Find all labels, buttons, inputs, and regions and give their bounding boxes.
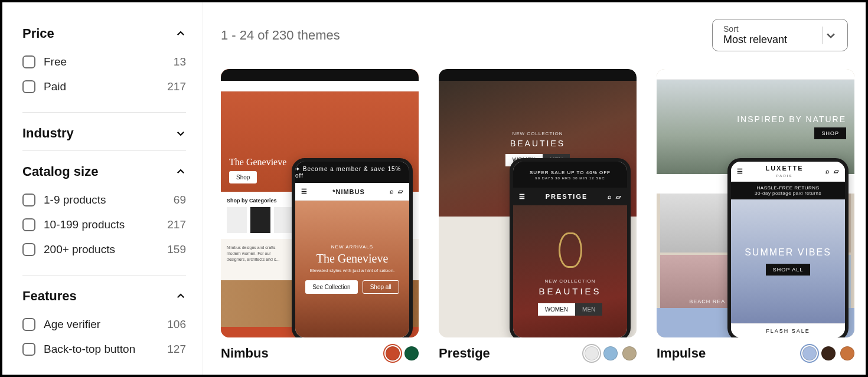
filter-option-catalog-large[interactable]: 200+ products 159 (22, 237, 186, 262)
hero-tag: NEW COLLECTION (544, 278, 595, 284)
checkbox[interactable] (22, 55, 35, 68)
mobile-promo-bar: ✦ Become a member & save 15% off (295, 162, 409, 183)
filter-option-catalog-medium[interactable]: 10-199 products 217 (22, 212, 186, 237)
mobile-cta-secondary: Shop all (363, 280, 399, 294)
theme-results: 1 - 24 of 230 themes Sort Most relevant (203, 2, 866, 375)
hero-title: SUMMER VIBES (745, 247, 831, 258)
chevron-up-icon (175, 291, 186, 301)
sort-dropdown[interactable]: Sort Most relevant (712, 19, 848, 51)
result-count: 1 - 24 of 230 themes (221, 28, 340, 43)
divider (22, 275, 186, 276)
option-count: 13 (174, 55, 186, 68)
divider (22, 112, 186, 113)
sort-value: Most relevant (723, 34, 787, 46)
filter-option-paid[interactable]: Paid 217 (22, 74, 186, 99)
color-swatch[interactable] (603, 346, 618, 360)
filter-group-price: Price Free 13 Paid 217 (22, 20, 186, 113)
option-count: 159 (167, 243, 186, 256)
theme-preview: NEW COLLECTION BEAUTIES WOMEN MEN (439, 69, 637, 337)
filter-toggle-price[interactable]: Price (22, 20, 186, 47)
hamburger-icon: ☰ (737, 168, 743, 175)
filter-group-industry: Industry (22, 120, 186, 151)
hamburger-icon: ☰ (519, 193, 526, 201)
color-swatch[interactable] (821, 346, 836, 360)
filter-option-free[interactable]: Free 13 (22, 50, 186, 74)
search-icon: ⌕ (390, 188, 394, 195)
color-swatch[interactable] (622, 346, 637, 360)
color-swatch[interactable] (386, 346, 400, 360)
chevron-up-icon (175, 166, 186, 177)
mobile-footer-strip: FLASH SALE (731, 323, 845, 337)
theme-browser: Price Free 13 Paid 217 (0, 0, 868, 377)
theme-preview: INSPIRED BY NATURE SHOP FLASH SALE get 3… (657, 69, 854, 337)
color-swatch[interactable] (840, 346, 854, 360)
search-icon: ⌕ (825, 168, 830, 175)
search-icon: ⌕ (608, 193, 612, 201)
color-swatch[interactable] (585, 346, 599, 360)
brand-logo: LUXETTE (765, 165, 803, 172)
filter-toggle-catalog[interactable]: Catalog size (22, 158, 186, 185)
brand-logo: PRESTIGE (546, 193, 588, 200)
mobile-cta-primary: See Collection (305, 280, 357, 294)
results-topbar: 1 - 24 of 230 themes Sort Most relevant (221, 19, 848, 51)
option-count: 217 (167, 218, 186, 231)
checkbox[interactable] (22, 194, 35, 206)
color-swatches (585, 346, 637, 360)
filter-group-catalog: Catalog size 1-9 products 69 10-199 prod… (22, 158, 186, 276)
desktop-hero-tag: NEW COLLECTION (512, 131, 563, 136)
checkbox[interactable] (22, 343, 35, 356)
desktop-hero-title: BEAUTIES (510, 139, 565, 148)
hero-title: BEAUTIES (539, 286, 601, 296)
checkbox[interactable] (22, 218, 35, 231)
filter-option-back-to-top[interactable]: Back-to-top button 127 (22, 337, 186, 362)
brand-subtitle: PARIS (776, 174, 793, 178)
filter-option-age-verifier[interactable]: Age verifier 106 (22, 312, 186, 337)
color-swatches (802, 346, 854, 360)
option-count: 127 (167, 343, 186, 356)
filter-option-catalog-small[interactable]: 1-9 products 69 (22, 188, 186, 212)
filter-title: Industry (22, 126, 74, 141)
option-count: 69 (174, 194, 186, 206)
mobile-cta-primary: WOMEN (538, 303, 575, 316)
mobile-promo-sub: 30-day postage paid returns (755, 191, 821, 196)
brand-logo: *NIMBUS (332, 188, 365, 195)
bag-icon: ▱ (616, 193, 621, 201)
color-swatch[interactable] (404, 346, 419, 360)
mobile-preview: SUPER SALE UP TO 40% OFF 99 DAYS 30 HRS … (510, 158, 631, 337)
bag-icon: ▱ (398, 188, 403, 195)
filter-toggle-features[interactable]: Features (22, 283, 186, 310)
hero-title: The Genevieve (316, 252, 389, 265)
filter-sidebar: Price Free 13 Paid 217 (2, 2, 203, 375)
theme-card-impulse[interactable]: INSPIRED BY NATURE SHOP FLASH SALE get 3… (657, 69, 854, 361)
desktop-cta: SHOP (814, 127, 846, 139)
bag-icon: ▱ (834, 168, 839, 175)
themes-grid: The Genevieve Shop Shop by Categories (221, 69, 848, 361)
color-swatches (386, 346, 419, 360)
chevron-down-icon (175, 128, 186, 139)
hero-tag: NEW ARRIVALS (331, 244, 373, 250)
desktop-cta: Shop (229, 171, 257, 183)
option-label: Paid (44, 80, 66, 93)
desktop-hero-title: The Genevieve (229, 157, 286, 168)
mobile-cta-primary: SHOP ALL (766, 264, 810, 276)
option-label: Free (44, 55, 67, 68)
option-count: 106 (167, 318, 186, 331)
mobile-promo-bar: SUPER SALE UP TO 40% OFF (530, 170, 611, 175)
theme-name: Prestige (439, 346, 490, 361)
desktop-hero-title: INSPIRED BY NATURE (737, 114, 846, 124)
checkbox[interactable] (22, 318, 35, 331)
theme-card-prestige[interactable]: NEW COLLECTION BEAUTIES WOMEN MEN (439, 69, 637, 361)
theme-name: Nimbus (221, 346, 269, 361)
filter-toggle-industry[interactable]: Industry (22, 120, 186, 147)
checkbox[interactable] (22, 243, 35, 256)
mobile-preview: ☰ LUXETTE PARIS ⌕ ▱ HASSLE-FREE RETU (727, 158, 849, 337)
color-swatch[interactable] (802, 346, 817, 360)
option-count: 217 (167, 80, 186, 93)
theme-card-nimbus[interactable]: The Genevieve Shop Shop by Categories (221, 69, 419, 361)
checkbox[interactable] (22, 80, 35, 93)
mobile-countdown: 99 DAYS 30 HRS 00 MIN 12 SEC (535, 176, 605, 180)
hamburger-icon: ☰ (301, 188, 308, 195)
filter-group-features: Features Age verifier 106 Back-to-top bu… (22, 283, 186, 371)
mobile-preview: ✦ Become a member & save 15% off ☰ *NIMB… (292, 158, 413, 337)
filter-title: Price (22, 26, 54, 41)
